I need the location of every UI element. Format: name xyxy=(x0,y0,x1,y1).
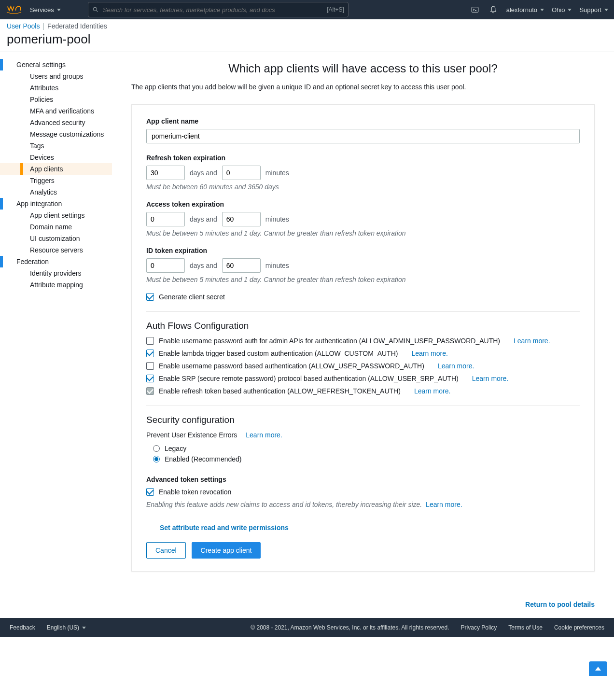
label-idtoken-exp: ID token expiration xyxy=(146,247,580,254)
input-idtoken-minutes[interactable] xyxy=(222,258,261,273)
support-label: Support xyxy=(579,6,601,14)
label-auth-flow: Enable SRP (secure remote password) prot… xyxy=(159,375,459,382)
label-app-client-name: App client name xyxy=(146,117,580,125)
notifications-icon[interactable] xyxy=(488,4,499,15)
label-radio-legacy: Legacy xyxy=(165,445,186,452)
sidebar-item[interactable]: Attribute mapping xyxy=(0,279,112,291)
heading-adv-token: Advanced token settings xyxy=(146,476,580,483)
checkbox-auth-flow[interactable] xyxy=(146,375,154,382)
sidebar-item[interactable]: Domain name xyxy=(0,221,112,233)
link-cookies[interactable]: Cookie preferences xyxy=(554,624,604,631)
tab-separator: | xyxy=(42,22,44,30)
hint-access: Must be between 5 minutes and 1 day. Can… xyxy=(146,229,580,237)
label-auth-flow: Enable refresh token based authenticatio… xyxy=(159,387,401,395)
tab-federated-identities[interactable]: Federated Identities xyxy=(47,22,107,30)
heading-security: Security configuration xyxy=(146,415,580,425)
hint-idtoken: Must be between 5 minutes and 1 day. Can… xyxy=(146,276,580,283)
caret-down-icon xyxy=(604,9,608,11)
checkbox-auth-flow xyxy=(146,387,154,395)
radio-enabled[interactable] xyxy=(153,456,160,462)
sidebar-item[interactable]: Identity providers xyxy=(0,267,112,279)
sidebar-item[interactable]: UI customization xyxy=(0,233,112,244)
caret-down-icon xyxy=(57,9,61,11)
sidebar-item[interactable]: App client settings xyxy=(0,210,112,221)
service-tabs: User Pools | Federated Identities xyxy=(0,19,614,30)
aws-logo[interactable] xyxy=(6,5,22,14)
caret-down-icon xyxy=(568,9,572,11)
svg-point-0 xyxy=(93,7,97,11)
input-app-client-name[interactable] xyxy=(146,129,580,143)
checkbox-auth-flow[interactable] xyxy=(146,337,154,345)
sidebar-group[interactable]: App integration xyxy=(0,198,112,210)
link-feedback[interactable]: Feedback xyxy=(10,624,35,631)
sidebar-item[interactable]: Devices xyxy=(0,152,112,163)
account-label: alexfornuto xyxy=(506,6,537,14)
input-access-days[interactable] xyxy=(146,212,185,226)
text-minutes: minutes xyxy=(265,215,289,223)
text-minutes: minutes xyxy=(265,262,289,269)
sidebar-item[interactable]: App clients xyxy=(0,163,112,175)
services-dropdown[interactable]: Services xyxy=(30,6,61,14)
link-return-to-pool[interactable]: Return to pool details xyxy=(525,601,595,608)
link-learn-more[interactable]: Learn more. xyxy=(472,375,508,382)
link-learn-more[interactable]: Learn more. xyxy=(246,431,282,439)
link-learn-more[interactable]: Learn more. xyxy=(411,350,447,357)
sidebar-item[interactable]: Policies xyxy=(0,94,112,105)
checkbox-token-revocation[interactable] xyxy=(146,488,154,496)
cloudshell-icon[interactable] xyxy=(470,4,480,15)
sidebar-item[interactable]: Advanced security xyxy=(0,117,112,128)
global-search[interactable]: [Alt+S] xyxy=(88,2,349,17)
top-nav: Services [Alt+S] alexfornuto Ohio Suppor… xyxy=(0,0,614,19)
link-learn-more[interactable]: Learn more. xyxy=(438,362,474,370)
region-label: Ohio xyxy=(552,6,565,14)
language-selector[interactable]: English (US) xyxy=(47,624,86,631)
checkbox-auth-flow[interactable] xyxy=(146,350,154,357)
link-privacy[interactable]: Privacy Policy xyxy=(461,624,497,631)
hint-refresh: Must be between 60 minutes and 3650 days xyxy=(146,183,580,191)
label-auth-flow: Enable lambda trigger based custom authe… xyxy=(159,350,398,357)
link-terms[interactable]: Terms of Use xyxy=(508,624,543,631)
input-access-minutes[interactable] xyxy=(222,212,261,226)
link-learn-more[interactable]: Learn more. xyxy=(514,337,550,345)
sidebar-item[interactable]: Users and groups xyxy=(0,70,112,82)
auth-flow-row: Enable lambda trigger based custom authe… xyxy=(146,350,580,357)
language-label: English (US) xyxy=(47,624,79,631)
link-learn-more[interactable]: Learn more. xyxy=(426,501,462,508)
checkbox-generate-secret[interactable] xyxy=(146,293,154,301)
hint-token-revocation: Enabling this feature adds new claims to… xyxy=(146,501,422,508)
tab-user-pools[interactable]: User Pools xyxy=(7,22,42,30)
search-icon xyxy=(92,6,99,13)
input-refresh-days[interactable] xyxy=(146,166,185,180)
sidebar-item[interactable]: Analytics xyxy=(0,186,112,198)
create-app-client-button[interactable]: Create app client xyxy=(192,542,261,559)
sidebar-item[interactable]: Resource servers xyxy=(0,244,112,256)
pool-title: pomerium-pool xyxy=(0,30,614,52)
region-dropdown[interactable]: Ohio xyxy=(552,6,572,14)
sidebar-item[interactable]: Attributes xyxy=(0,82,112,94)
sidebar-group[interactable]: Federation xyxy=(0,256,112,267)
input-idtoken-days[interactable] xyxy=(146,258,185,273)
sidebar-group[interactable]: General settings xyxy=(0,59,112,70)
app-client-form: App client name Refresh token expiration… xyxy=(131,104,595,572)
link-set-permissions[interactable]: Set attribute read and write permissions xyxy=(160,524,289,532)
sidebar-item[interactable]: Tags xyxy=(0,140,112,152)
link-learn-more[interactable]: Learn more. xyxy=(414,387,450,395)
input-refresh-minutes[interactable] xyxy=(222,166,261,180)
label-radio-enabled: Enabled (Recommended) xyxy=(165,455,242,463)
checkbox-auth-flow[interactable] xyxy=(146,362,154,370)
label-generate-secret: Generate client secret xyxy=(159,293,225,301)
label-token-revocation: Enable token revocation xyxy=(159,488,231,496)
label-auth-flow: Enable username password based authentic… xyxy=(159,362,424,370)
sidebar-item[interactable]: MFA and verifications xyxy=(0,105,112,117)
cancel-button[interactable]: Cancel xyxy=(146,542,186,559)
sidebar-item[interactable]: Triggers xyxy=(0,175,112,186)
account-dropdown[interactable]: alexfornuto xyxy=(506,6,544,14)
radio-legacy[interactable] xyxy=(153,445,160,452)
text-days-and: days and xyxy=(190,215,217,223)
search-input[interactable] xyxy=(103,6,323,14)
support-dropdown[interactable]: Support xyxy=(579,6,608,14)
heading-auth-flows: Auth Flows Configuration xyxy=(146,321,580,331)
auth-flow-row: Enable username password auth for admin … xyxy=(146,337,580,345)
sidebar-item[interactable]: Message customizations xyxy=(0,128,112,140)
label-access-exp: Access token expiration xyxy=(146,200,580,208)
